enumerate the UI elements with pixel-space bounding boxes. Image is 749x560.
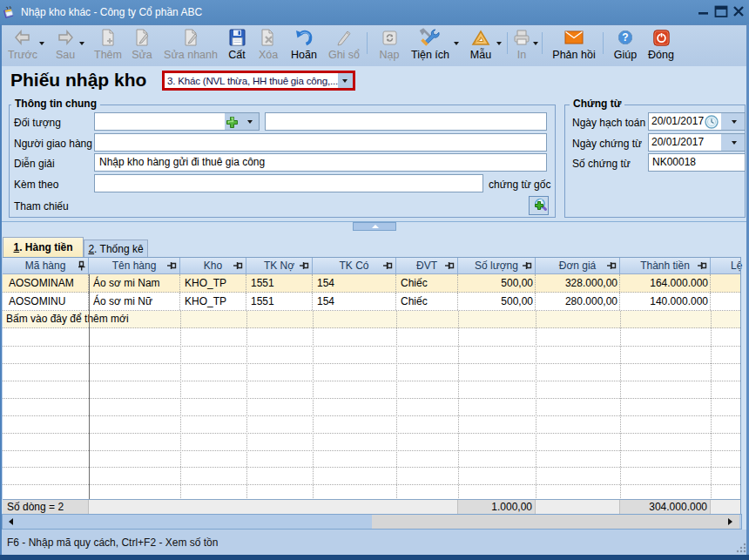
svg-text:?: ? [622, 31, 628, 44]
